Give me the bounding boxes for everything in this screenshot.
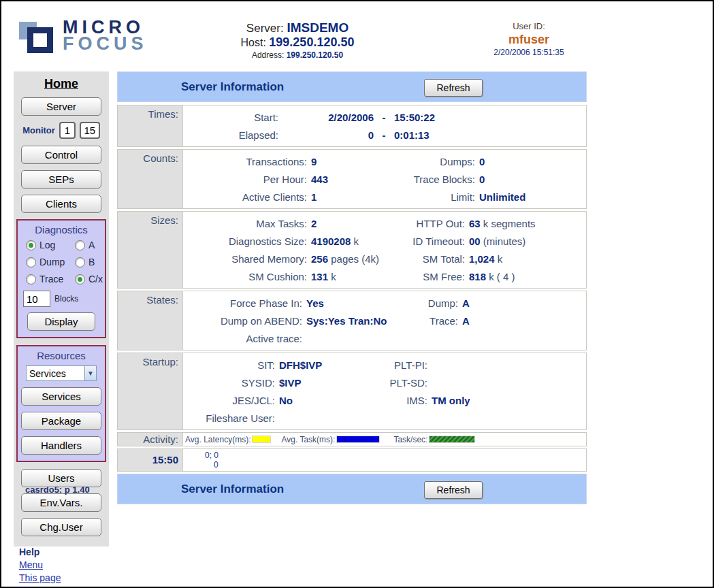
help-link-menu[interactable]: Menu [19, 559, 109, 572]
states-row: Dump on ABEND: Sys:Yes Tran:No Trace: A [183, 312, 586, 329]
user-id-value: mfuser [464, 32, 594, 47]
seps-button[interactable]: SEPs [21, 170, 101, 189]
server-button[interactable]: Server [21, 97, 101, 116]
radio-dump-icon [26, 257, 36, 267]
refresh-button-top[interactable]: Refresh [424, 79, 483, 97]
counts-section: Counts: Transactions: 9 Dumps: 0 Per Hou… [117, 149, 587, 209]
task-sec-label: Task/sec: [393, 435, 427, 444]
blocks-input[interactable] [23, 291, 50, 307]
server-identity: Server: IMSDEMO Host: 199.250.120.50 Add… [199, 20, 396, 61]
address-value: 199.250.120.50 [287, 50, 343, 60]
counts-row: Active Clients: 1 Limit: Unlimited [183, 188, 586, 206]
server-label: Server: [246, 22, 284, 35]
activity-section: Activity: Avg. Latency(ms): Avg. Task(ms… [117, 432, 587, 446]
startup-row: JES/JCL: No IMS: TM only [183, 391, 586, 409]
resources-dropdown[interactable]: Services ▼ [26, 365, 97, 381]
diagnostics-title: Diagnostics [18, 224, 105, 235]
radio-cx[interactable]: C/x [75, 274, 110, 284]
monitor-interval-input[interactable] [59, 122, 76, 139]
radio-b-icon [75, 257, 85, 267]
states-row: Force Phase In: Yes Dump: A [183, 294, 586, 312]
counts-row: Transactions: 9 Dumps: 0 [183, 152, 586, 170]
resources-title: Resources [18, 350, 105, 361]
user-identity: User ID: mfuser 2/20/2006 15:51:35 [464, 20, 594, 59]
startup-row: SYSID: $IVP PLT-SD: [183, 374, 586, 391]
history-time-label: 15:50 [118, 449, 183, 471]
sizes-section-label: Sizes: [118, 212, 183, 288]
monitor-row: Monitor [14, 122, 109, 139]
sizes-row: Diagnostics Size: 4190208 k ID Timeout: … [183, 232, 586, 250]
control-button[interactable]: Control [21, 146, 101, 164]
startup-row: SIT: DFH$IVP PLT-PI: [183, 356, 586, 374]
radio-log[interactable]: Log [26, 240, 75, 250]
server-name: IMSDEMO [287, 20, 348, 35]
radio-trace[interactable]: Trace [26, 274, 75, 284]
times-row-start: Start: 2/20/2006 - 15:50:22 [183, 108, 586, 126]
page-header: MICRO FOCUS Server: IMSDEMO Host: 199.25… [1, 1, 713, 67]
monitor-count-input[interactable] [80, 122, 100, 139]
refresh-button-bottom[interactable]: Refresh [424, 481, 483, 499]
page-title: Server Information [181, 80, 284, 94]
help-title: Help [19, 546, 109, 559]
radio-cx-icon [75, 274, 85, 284]
radio-a-icon [75, 240, 85, 250]
sizes-row: SM Cushion: 131 k SM Free: 818 k ( 4 ) [183, 267, 586, 285]
task-sec-bar [429, 436, 475, 443]
radio-b[interactable]: B [75, 257, 110, 267]
history-line2: 0 [205, 460, 586, 470]
envvars-button[interactable]: Env.Vars. [21, 493, 101, 512]
host-value: 199.250.120.50 [269, 35, 354, 49]
latency-bar [252, 436, 271, 443]
counts-section-label: Counts: [118, 150, 183, 208]
start-date-value: 2/20/2006 [278, 112, 374, 123]
elapsed-days-value: 0 [278, 129, 374, 141]
help-link-this-page[interactable]: This page [19, 572, 109, 585]
times-section: Times: Start: 2/20/2006 - 15:50:22 Elaps… [117, 105, 587, 147]
handlers-button[interactable]: Handlers [21, 436, 101, 455]
avg-latency-label: Avg. Latency(ms): [185, 435, 250, 444]
blocks-label: Blocks [54, 294, 78, 304]
radio-a[interactable]: A [75, 240, 110, 250]
services-button[interactable]: Services [21, 387, 101, 406]
host-label: Host: [241, 37, 266, 48]
resources-box: Resources Services ▼ Services Package Ha… [16, 345, 106, 462]
states-section-label: States: [118, 291, 183, 350]
main-content: Server Information Refresh Times: Start:… [117, 71, 587, 507]
radio-dump[interactable]: Dump [26, 257, 75, 267]
microfocus-logo-icon [19, 16, 57, 54]
radio-log-icon [26, 240, 36, 250]
states-row: Active trace: [183, 329, 586, 347]
monitor-label: Monitor [22, 125, 55, 135]
states-section: States: Force Phase In: Yes Dump: A Dump… [117, 291, 587, 350]
task-bar [336, 436, 380, 443]
startup-section-label: Startup: [118, 353, 183, 429]
history-line1: 0; 0 [205, 451, 586, 460]
start-time-value: 15:50:22 [394, 112, 435, 123]
footer-title: Server Information [181, 483, 284, 496]
display-button[interactable]: Display [27, 312, 95, 331]
clients-button[interactable]: Clients [21, 195, 101, 213]
sizes-row: Max Tasks: 2 HTTP Out: 63 k segments [183, 214, 586, 232]
activity-history-row: 15:50 0; 0 0 [117, 448, 587, 472]
elapsed-time-value: 0:01:13 [394, 129, 429, 141]
times-section-label: Times: [118, 105, 183, 146]
startup-row: Fileshare User: [183, 409, 586, 427]
package-button[interactable]: Package [21, 412, 101, 430]
home-link[interactable]: Home [14, 77, 109, 91]
avg-task-label: Avg. Task(ms): [281, 435, 335, 444]
sizes-row: Shared Memory: 256 pages (4k) SM Total: … [183, 250, 586, 267]
header-timestamp: 2/20/2006 15:51:35 [464, 47, 594, 59]
chguser-button[interactable]: Chg.User [21, 518, 101, 536]
help-link-contents[interactable]: Contents [19, 585, 109, 588]
startup-section: Startup: SIT: DFH$IVP PLT-PI: SYSID: $IV… [117, 353, 587, 430]
help-block: Help Menu This page Contents [19, 546, 109, 588]
version-text: casrdo5: p 1.40 [25, 485, 90, 495]
sizes-section: Sizes: Max Tasks: 2 HTTP Out: 63 k segme… [117, 211, 587, 289]
resources-dropdown-value: Services [27, 368, 84, 379]
activity-section-label: Activity: [118, 433, 183, 446]
radio-trace-icon [26, 274, 36, 284]
diagnostics-box: Diagnostics Log A Dump B Trace C/x Block… [16, 219, 106, 338]
logo-text-line2: FOCUS [63, 35, 148, 52]
address-label: Address: [252, 50, 284, 60]
user-id-label: User ID: [464, 20, 594, 32]
